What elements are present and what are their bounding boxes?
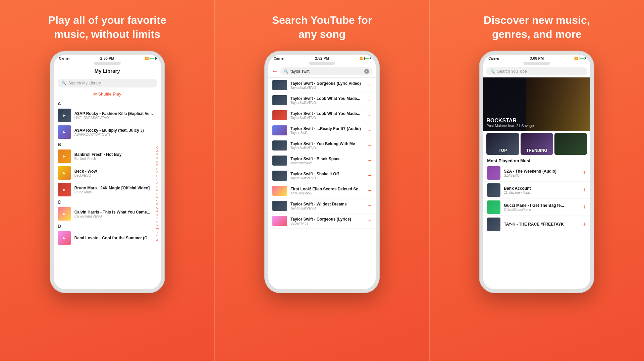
library-title: My Library <box>59 68 156 74</box>
battery-icon-2 <box>364 57 370 60</box>
back-button[interactable]: ← <box>272 68 278 75</box>
search-results: Taylor Swift - Gorgeous (Lyric Video) Ta… <box>268 78 376 289</box>
track-info: Beck - Wow BeckVEVO <box>74 169 157 177</box>
list-item[interactable]: ▶ Bankroll Fresh - Hot Boy Bankroll Fres… <box>54 148 161 165</box>
add-button[interactable]: + <box>368 97 372 104</box>
track-sub: CalvinHarrisVEVO <box>74 215 157 218</box>
played-thumb <box>487 166 500 180</box>
most-played-item[interactable]: Gucci Mane - I Get The Bag fe... Officia… <box>483 199 590 216</box>
result-title: Taylor Swift - Gorgeous (Lyrics) <box>290 217 365 222</box>
shuffle-btn[interactable]: ⇄ Shuffle Play <box>54 90 161 98</box>
result-title: Taylor Swift - Look What You Made... <box>290 111 365 116</box>
played-thumb <box>487 218 500 231</box>
library-header: My Library <box>54 65 161 76</box>
result-title: Taylor Swift - Look What You Made... <box>290 96 365 101</box>
search-result-item[interactable]: Taylor Swift - Wildest Dreams TaylorSwif… <box>268 198 376 214</box>
hero-banner: ROCKSTAR Post Malone feat. 21 Savage <box>483 77 590 131</box>
search-icon-discover: 🔍 <box>490 69 495 74</box>
result-thumb <box>272 95 287 105</box>
add-button[interactable]: + <box>368 82 372 89</box>
track-sub: Bankroll Fresh <box>74 157 157 161</box>
add-button-played[interactable]: + <box>583 170 587 177</box>
list-item[interactable]: ▶ Beck - Wow BeckVEVO <box>54 165 161 181</box>
result-title: Taylor Swift - ...Ready For It? (Audio) <box>290 126 365 131</box>
add-button[interactable]: + <box>368 127 372 134</box>
clear-search-btn[interactable]: × <box>364 69 369 74</box>
most-played-item[interactable]: TAY-K - THE RACE #FREETAYK + <box>483 216 590 233</box>
track-info: A$AP Rocky - Fashion Killa (Explicit Ve.… <box>74 111 157 120</box>
discover-search[interactable]: 🔍 Search YouTube <box>486 67 587 75</box>
most-played-item[interactable]: Bank Account 21 Savage · Topic + <box>483 182 590 199</box>
played-sub: 21 Savage · Topic <box>504 191 579 194</box>
genre-trending-label: TRENDING <box>526 148 547 153</box>
notch-2 <box>268 62 376 65</box>
wifi-icon: 📶 <box>145 57 149 60</box>
result-sub: TaylorSwiftVEVO <box>290 116 365 120</box>
add-button[interactable]: + <box>368 218 372 225</box>
hero-artist: Post Malone feat. 21 Savage <box>486 124 534 128</box>
played-info: Bank Account 21 Savage · Topic <box>504 186 579 194</box>
add-button[interactable]: + <box>368 202 372 209</box>
search-result-item[interactable]: Taylor Swift - ...Ready For It? (Audio) … <box>268 123 376 138</box>
wifi-icon-3: 📶 <box>574 57 578 60</box>
search-result-item[interactable]: Taylor Swift - Gorgeous (Lyrics) Superhl… <box>268 214 376 229</box>
genre-trending[interactable]: TRENDING <box>521 133 553 155</box>
carrier-3: Carrier <box>488 57 499 60</box>
track-title: Demi Lovato - Cool for the Summer (O... <box>74 236 157 240</box>
search-result-item[interactable]: First Look! Ellen Scores Deleted Sc... T… <box>268 183 376 198</box>
hero-song: ROCKSTAR <box>486 118 534 124</box>
most-played-item[interactable]: SZA - The Weekend (Audio) SZAVEVO + <box>483 165 590 182</box>
search-result-item[interactable]: Taylor Swift - Look What You Made... Tay… <box>268 93 376 108</box>
add-button-played[interactable]: + <box>583 221 587 228</box>
alpha-index[interactable]: QABCD EFGHI JKLMN OPQRS TUVWX YZ <box>156 146 159 242</box>
iphone-3: Carrier 3:08 PM 📶 🔍 Search YouTube <box>480 51 594 293</box>
played-title: Bank Account <box>504 186 579 191</box>
list-item[interactable]: ▶ Demi Lovato - Cool for the Summer (O..… <box>54 230 161 246</box>
track-sub: BeckVEVO <box>74 174 157 177</box>
genre-extra[interactable] <box>554 133 587 155</box>
track-thumb: ▶ <box>58 166 71 180</box>
result-info: Taylor Swift - Blank Space taylorswiftve… <box>290 157 365 165</box>
search-result-item[interactable]: Taylor Swift - Gorgeous (Lyric Video) Ta… <box>268 78 376 93</box>
add-button[interactable]: + <box>368 142 372 149</box>
track-sub: LIVELOVEASAPVEVO <box>74 116 157 120</box>
panel-1: Play all of your favorite music, without… <box>0 0 214 361</box>
result-sub: TaylorSwiftVEVO <box>290 146 365 150</box>
notch-1 <box>54 62 161 65</box>
add-button-played[interactable]: + <box>583 204 587 211</box>
search-result-item[interactable]: Taylor Swift - Shake It Off TaylorSwiftV… <box>268 168 376 183</box>
list-item[interactable]: ▶ Calvin Harris - This Is What You Came.… <box>54 205 161 222</box>
list-item[interactable]: ▶ A$AP Rocky - Fashion Killa (Explicit V… <box>54 107 161 124</box>
played-thumb <box>487 200 500 214</box>
iphone-2: Carrier 2:52 PM 📶 ← 🔍 taylor swift × <box>265 51 379 293</box>
search-result-item[interactable]: Taylor Swift - Look What You Made... Tay… <box>268 108 376 123</box>
genre-top-label: TOP <box>499 148 507 153</box>
track-thumb: ▶ <box>58 183 71 196</box>
track-info: Calvin Harris - This Is What You Came...… <box>74 210 157 218</box>
played-sub: SZAVEVO <box>504 174 579 177</box>
list-item[interactable]: ▶ Bruno Mars - 24K Magic [Official Video… <box>54 181 161 198</box>
result-sub: taylorswiftvevo <box>290 161 365 165</box>
played-thumb <box>487 183 500 197</box>
add-button[interactable]: + <box>368 157 372 164</box>
time-1: 2:50 PM <box>100 56 114 60</box>
list-item[interactable]: ▶ A$AP Rocky - Multiply (feat. Juicy J) … <box>54 124 161 140</box>
search-header: ← 🔍 taylor swift × <box>268 65 376 78</box>
search-icon-2: 🔍 <box>284 69 288 74</box>
library-search[interactable]: 🔍 Search My Library <box>58 79 157 87</box>
result-sub: TaylorSwiftVEVO <box>290 86 365 89</box>
add-button-played[interactable]: + <box>583 187 587 194</box>
search-result-item[interactable]: Taylor Swift - Blank Space taylorswiftve… <box>268 153 376 168</box>
search-result-item[interactable]: Taylor Swift - You Belong With Me Taylor… <box>268 138 376 153</box>
result-info: First Look! Ellen Scores Deleted Sc... T… <box>290 187 365 195</box>
search-input[interactable]: 🔍 taylor swift × <box>280 67 372 75</box>
add-button[interactable]: + <box>368 187 372 194</box>
result-title: Taylor Swift - Gorgeous (Lyric Video) <box>290 81 365 86</box>
track-thumb: ▶ <box>58 109 71 122</box>
genre-top[interactable]: TOP <box>486 133 519 155</box>
add-button[interactable]: + <box>368 112 372 119</box>
panel-2-heading: Search YouTube for any song <box>262 13 382 41</box>
section-b: B <box>54 140 161 148</box>
add-button[interactable]: + <box>368 172 372 179</box>
result-info: Taylor Swift - Gorgeous (Lyrics) Superhl… <box>290 217 365 225</box>
